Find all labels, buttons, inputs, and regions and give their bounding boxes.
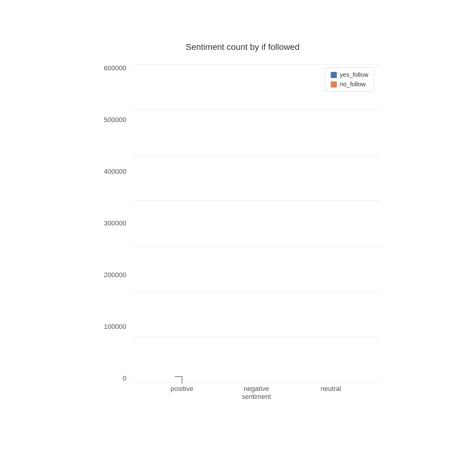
y-label-300000: 300000	[104, 219, 126, 227]
legend-label-no-follow: no_follow	[340, 81, 366, 88]
legend: yes_follow no_follow	[325, 67, 374, 92]
x-labels: positive negativesentiment neutral	[132, 382, 380, 401]
chart-area: 600000 500000 400000 300000 200000 10000…	[105, 64, 380, 401]
y-label-600000: 600000	[104, 64, 126, 72]
y-axis: 600000 500000 400000 300000 200000 10000…	[105, 64, 132, 401]
y-label-500000: 500000	[104, 116, 126, 124]
y-label-100000: 100000	[104, 323, 126, 331]
x-label-neutral: neutral	[303, 382, 358, 393]
legend-color-no-follow	[331, 81, 337, 87]
y-label-200000: 200000	[104, 271, 126, 279]
bars-area	[132, 64, 380, 382]
y-label-400000: 400000	[104, 168, 126, 176]
x-label-negative: negativesentiment	[229, 382, 284, 401]
legend-color-yes-follow	[331, 72, 337, 78]
chart-title: Sentiment count by if followed	[105, 42, 380, 52]
chart-container: Sentiment count by if followed 600000 50…	[68, 24, 405, 452]
legend-item-no-follow: no_follow	[331, 81, 368, 88]
plot-area: positive negativesentiment neutral yes_f…	[132, 64, 380, 401]
x-label-positive: positive	[155, 382, 210, 393]
legend-label-yes-follow: yes_follow	[340, 71, 368, 78]
y-label-0: 0	[123, 374, 126, 382]
legend-item-yes-follow: yes_follow	[331, 71, 368, 78]
